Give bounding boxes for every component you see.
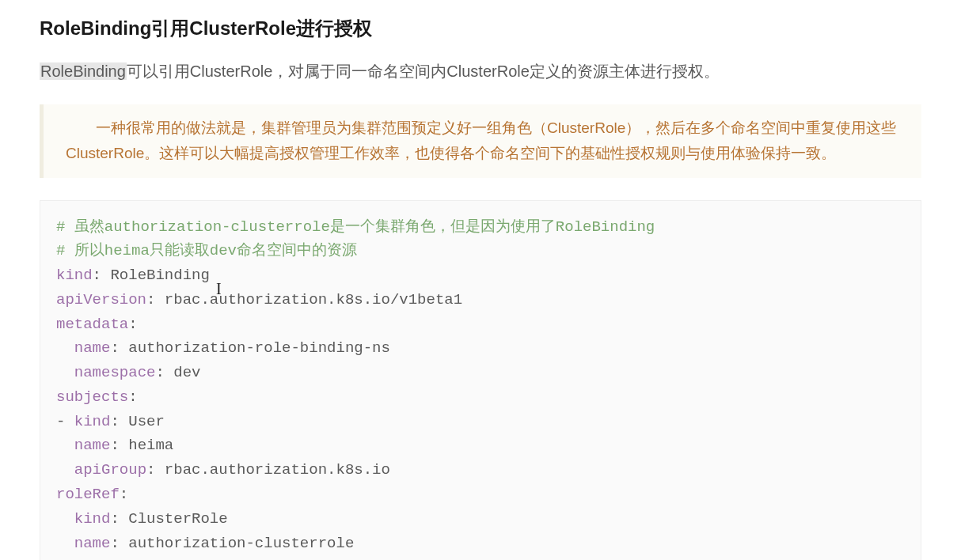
code-value: authorization-clusterrole <box>128 535 354 552</box>
code-value: authorization-role-binding-ns <box>128 339 390 357</box>
code-comment-2: # 所以heima只能读取dev命名空间中的资源 <box>56 242 357 259</box>
code-key: namespace <box>74 364 156 381</box>
code-key: apiGroup <box>74 461 146 479</box>
code-key: kind <box>74 413 111 430</box>
code-value: heima <box>128 437 173 454</box>
section-heading: RoleBinding引用ClusterRole进行授权 <box>40 16 921 41</box>
code-key: subjects <box>56 388 128 406</box>
code-value: rbac.authorization.k8s.io/v1beta1 <box>165 291 462 308</box>
code-value: User <box>128 413 165 430</box>
code-key: metadata <box>56 316 128 333</box>
code-key: kind <box>74 510 111 528</box>
code-key: name <box>74 535 111 552</box>
note-text: 一种很常用的做法就是，集群管理员为集群范围预定义好一组角色（ClusterRol… <box>66 119 896 161</box>
code-comment-1: # 虽然authorization-clusterrole是一个集群角色，但是因… <box>56 218 655 236</box>
intro-paragraph: RoleBinding可以引用ClusterRole，对属于同一命名空间内Clu… <box>40 59 921 84</box>
intro-highlight: RoleBinding <box>40 62 127 80</box>
code-key: name <box>74 437 111 454</box>
code-key: roleRef <box>56 486 120 503</box>
code-key: name <box>74 339 111 357</box>
code-key: apiVersion <box>56 291 146 308</box>
code-value: ClusterRole <box>128 510 227 528</box>
yaml-code-block: I# 虽然authorization-clusterrole是一个集群角色，但是… <box>40 200 921 560</box>
code-value: RoleBinding <box>110 267 209 284</box>
code-value: rbac.authorization.k8s.io <box>165 461 390 479</box>
code-value: dev <box>173 364 200 381</box>
intro-rest: 可以引用ClusterRole，对属于同一命名空间内ClusterRole定义的… <box>127 62 720 80</box>
note-callout: 一种很常用的做法就是，集群管理员为集群范围预定义好一组角色（ClusterRol… <box>40 104 921 178</box>
code-key: kind <box>56 267 93 284</box>
